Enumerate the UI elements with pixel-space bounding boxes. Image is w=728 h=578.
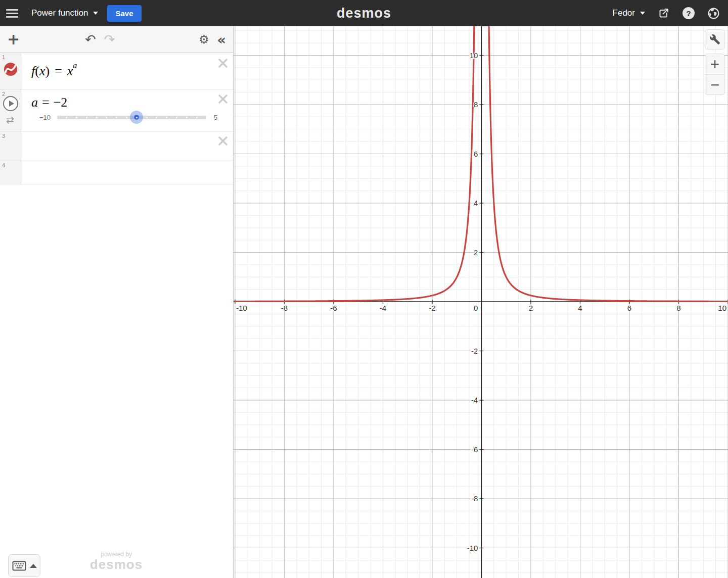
expression-gutter: 2 ⇄ (0, 90, 21, 131)
row-number: 2 (2, 91, 5, 97)
math-rparen: ) (45, 64, 50, 79)
math-equals: = (55, 64, 62, 79)
expression-input-2[interactable]: a=−2 (31, 95, 227, 110)
zoom-controls: + − (705, 54, 725, 95)
help-icon[interactable]: ? (682, 7, 695, 19)
slider-tick (166, 117, 167, 118)
graph-title-dropdown[interactable]: Power function (31, 8, 88, 18)
chevron-down-icon[interactable] (93, 12, 98, 15)
axis-tick-label: -8 (281, 304, 288, 312)
slider-tick (66, 117, 67, 118)
expression-gutter: 1 (0, 53, 21, 89)
graph-settings-wrench-icon[interactable] (705, 29, 725, 50)
chevron-down-icon (640, 12, 645, 15)
axis-tick-label: -10 (236, 304, 247, 312)
axis-tick-label: -10 (467, 544, 478, 552)
slider-min-label[interactable]: −10 (31, 114, 51, 121)
graph-canvas[interactable]: -10-8-6-4-2246810-10-8-6-4-22468100 (234, 26, 728, 578)
delete-expression-icon[interactable] (218, 136, 228, 148)
slider-tick (116, 117, 117, 118)
expression-row-4: 4 (0, 161, 233, 184)
slider-track[interactable] (57, 116, 207, 119)
settings-gear-icon[interactable]: ⚙ (199, 33, 209, 46)
axis-tick-label: -6 (471, 445, 478, 454)
axis-tick-label: 4 (474, 199, 478, 207)
share-icon[interactable] (657, 7, 670, 20)
axis-tick-label: -8 (471, 494, 478, 503)
collapse-panel-button[interactable]: « (217, 32, 226, 47)
keyboard-icon (12, 561, 26, 571)
add-expression-button[interactable]: + (7, 32, 20, 47)
slider-tick (156, 117, 157, 118)
axis-tick-label: 2 (474, 248, 478, 257)
language-globe-icon[interactable] (707, 7, 720, 20)
math-value: −2 (54, 95, 68, 110)
slider-tick (76, 117, 77, 118)
axis-tick-label: 4 (578, 304, 582, 312)
axis-tick-label: -2 (429, 304, 435, 312)
save-button[interactable]: Save (107, 5, 141, 22)
math-equals: = (42, 95, 50, 110)
slider-tick (176, 117, 177, 118)
expression-input-4[interactable] (21, 161, 233, 184)
user-account-dropdown[interactable]: Fedor (613, 8, 645, 18)
expressions-toolbar: + ↶ ↷ ⚙ « (0, 26, 233, 53)
delete-expression-icon[interactable] (218, 58, 228, 70)
top-bar: Power function Save desmos Fedor ? (0, 0, 728, 26)
row-number: 3 (2, 133, 5, 139)
axis-tick-label: 10 (470, 51, 478, 60)
slider-tick (136, 117, 138, 118)
axis-tick-label: -2 (471, 347, 478, 355)
axis-tick-label: 10 (718, 304, 726, 312)
expression-row-2: 2 ⇄ a=−2 −10 5 (0, 90, 233, 132)
hamburger-menu-icon[interactable] (6, 5, 23, 22)
axis-tick-label: 6 (474, 150, 478, 158)
slider-max-label[interactable]: 5 (214, 114, 227, 121)
axis-tick-label: -4 (380, 304, 386, 312)
keyboard-expand-icon (30, 564, 37, 568)
undo-button[interactable]: ↶ (85, 32, 96, 47)
function-color-icon[interactable] (4, 62, 18, 78)
slider-tick (56, 117, 58, 118)
watermark-line1: powered by (73, 551, 159, 558)
math-exponent: a (73, 61, 77, 70)
axis-tick-label: 0 (474, 304, 478, 312)
expression-input-3[interactable] (21, 132, 233, 161)
axis-tick-label: 8 (474, 100, 478, 109)
slider-tick (196, 117, 198, 118)
expressions-panel: + ↶ ↷ ⚙ « 1 (0, 26, 234, 578)
math-lhs: a (31, 95, 38, 110)
zoom-out-button[interactable]: − (705, 74, 724, 94)
slider-tick (126, 117, 127, 118)
watermark-line2: desmos (73, 558, 159, 571)
slider-tick (186, 117, 188, 118)
expression-input-1[interactable]: f(x)=xa (21, 53, 233, 89)
row-number: 1 (2, 54, 5, 60)
slider-tick (86, 117, 87, 118)
axis-tick-label: 6 (627, 304, 631, 312)
slider-tick (146, 117, 148, 118)
zoom-in-button[interactable]: + (705, 54, 724, 74)
show-keyboard-button[interactable] (8, 554, 40, 577)
axis-tick-label: -4 (471, 396, 478, 404)
redo-button[interactable]: ↷ (104, 32, 115, 47)
axis-tick-label: 8 (676, 304, 680, 312)
expression-row-1: 1 f(x)=xa (0, 53, 233, 90)
slider-tick (206, 117, 208, 118)
axis-tick-label: -6 (330, 304, 337, 312)
row-number: 4 (2, 162, 5, 168)
graph-area: -10-8-6-4-2246810-10-8-6-4-22468100 + − (234, 26, 728, 578)
math-variable: x (39, 64, 46, 79)
expression-gutter: 3 (0, 132, 21, 161)
delete-expression-icon[interactable] (218, 94, 228, 106)
expression-gutter: 4 (0, 161, 21, 184)
slider-tick (96, 117, 98, 118)
axis-tick-label: 2 (529, 304, 533, 312)
slider-row: −10 5 (31, 114, 227, 121)
loop-mode-icon[interactable]: ⇄ (6, 114, 14, 125)
math-fname: f (31, 64, 35, 79)
math-lparen: ( (35, 64, 39, 79)
expression-row-3: 3 (0, 132, 233, 161)
slider-tick (106, 117, 107, 118)
play-slider-button[interactable] (3, 96, 18, 111)
